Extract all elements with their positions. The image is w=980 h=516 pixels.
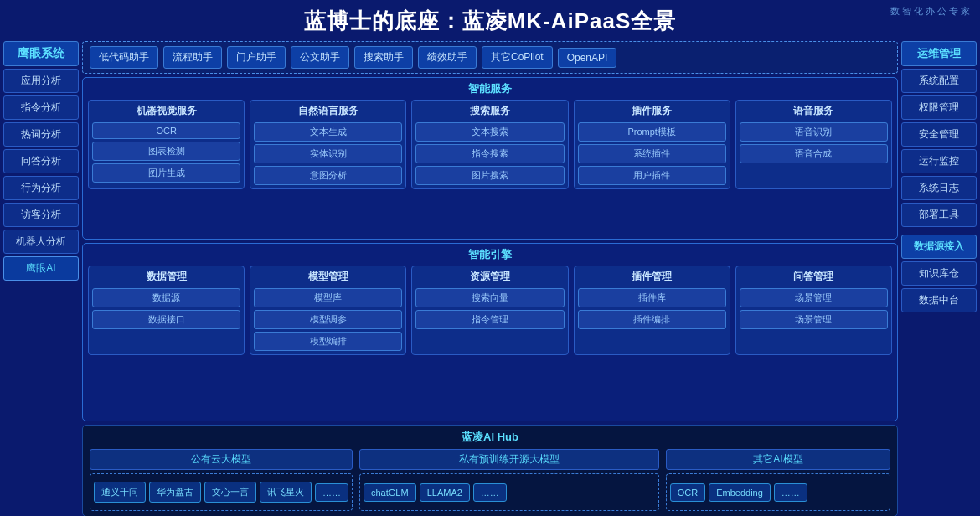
aihub-other-tags: OCR Embedding …… — [666, 473, 890, 511]
engine-tag-pluginorch[interactable]: 插件编排 — [578, 310, 726, 329]
right-item-security[interactable]: 安全管理 — [901, 122, 977, 147]
engine-tag-modelorch[interactable]: 模型编排 — [254, 332, 402, 351]
aihub-private-title: 私有预训练开源大模型 — [359, 449, 659, 470]
left-sidebar: 鹰眼系统 应用分析 指令分析 热词分析 问答分析 行为分析 访客分析 机器人分析… — [3, 41, 79, 516]
copilot-item-flow[interactable]: 流程助手 — [163, 46, 222, 69]
service-tag-textgen[interactable]: 文本生成 — [254, 122, 402, 142]
copilot-item-doc[interactable]: 公文助手 — [291, 46, 349, 69]
service-tag-textsearch[interactable]: 文本搜索 — [415, 122, 564, 142]
center-content: 低代码助手 流程助手 门户助手 公文助手 搜索助手 绩效助手 其它CoPilot… — [82, 41, 898, 516]
layout: 鹰眼系统 应用分析 指令分析 热词分析 问答分析 行为分析 访客分析 机器人分析… — [0, 41, 980, 516]
engine-col-qa-title: 问答管理 — [793, 270, 833, 284]
engine-col-pluginmgmt: 插件管理 插件库 插件编排 — [574, 266, 730, 355]
service-col-plugin: 插件服务 Prompt模板 系统插件 用户插件 — [574, 100, 730, 189]
copilot-item-other[interactable]: 其它CoPilot — [482, 46, 553, 69]
engine-col-model: 模型管理 模型库 模型调参 模型编排 — [250, 266, 406, 355]
aihub-tag-wenxin[interactable]: 文心一言 — [204, 482, 256, 503]
sidebar-item-app[interactable]: 应用分析 — [3, 69, 79, 93]
sidebar-item-cmd[interactable]: 指令分析 — [3, 95, 79, 120]
engine-tag-vector[interactable]: 搜索向量 — [415, 288, 564, 307]
aihub-tag-more-public[interactable]: …… — [315, 483, 348, 502]
aihub-tag-llama2[interactable]: LLAMA2 — [420, 483, 470, 502]
smart-engine-grid: 数据管理 数据源 数据接口 模型管理 模型库 模型调参 模型编排 资源管理 — [88, 266, 892, 355]
aihub-tag-more-other[interactable]: …… — [774, 483, 807, 502]
aihub-private-tags: chatGLM LLAMA2 …… — [359, 473, 659, 511]
service-tag-sysplugin[interactable]: 系统插件 — [578, 144, 726, 163]
service-col-voice-title: 语音服务 — [793, 104, 833, 118]
copilot-item-search[interactable]: 搜索助手 — [354, 46, 413, 69]
smart-service-title: 智能服务 — [88, 81, 892, 96]
engine-tag-cmdmgmt[interactable]: 指令管理 — [415, 310, 564, 329]
engine-tag-scene2[interactable]: 场景管理 — [740, 310, 888, 329]
service-tag-ocr[interactable]: OCR — [92, 122, 240, 139]
watermark: 数 智 化 办 公 专 家 — [890, 5, 970, 18]
smart-engine-title: 智能引擎 — [88, 247, 892, 262]
sidebar-item-visitor[interactable]: 访客分析 — [3, 203, 79, 227]
engine-tag-scene1[interactable]: 场景管理 — [740, 288, 888, 307]
left-sidebar-title: 鹰眼系统 — [3, 41, 79, 66]
copilot-item-portal[interactable]: 门户助手 — [227, 46, 286, 69]
service-col-search: 搜索服务 文本搜索 指令搜索 图片搜索 — [411, 100, 568, 189]
engine-tag-pluginlib[interactable]: 插件库 — [578, 288, 726, 307]
right-sidebar: 运维管理 系统配置 权限管理 安全管理 运行监控 系统日志 部署工具 数据源接入… — [901, 41, 977, 516]
service-tag-intent[interactable]: 意图分析 — [254, 166, 402, 185]
aihub-tag-chatglm[interactable]: chatGLM — [364, 483, 416, 502]
aihub-section: 蓝凌AI Hub 公有云大模型 通义千问 华为盘古 文心一言 讯飞星火 …… 私… — [82, 425, 898, 516]
engine-col-model-title: 模型管理 — [308, 270, 348, 284]
aihub-tag-embedding[interactable]: Embedding — [709, 483, 771, 502]
aihub-tag-ocr[interactable]: OCR — [670, 483, 705, 502]
service-tag-tts[interactable]: 语音合成 — [740, 144, 888, 163]
aihub-grid: 公有云大模型 通义千问 华为盘古 文心一言 讯飞星火 …… 私有预训练开源大模型… — [90, 449, 890, 511]
service-tag-imggen[interactable]: 图片生成 — [92, 163, 240, 183]
engine-col-resource-title: 资源管理 — [470, 270, 510, 284]
right-item-monitor[interactable]: 运行监控 — [901, 149, 977, 173]
copilot-item-lowcode[interactable]: 低代码助手 — [90, 46, 158, 69]
service-col-plugin-title: 插件服务 — [632, 104, 672, 118]
service-tag-userplugin[interactable]: 用户插件 — [578, 166, 726, 185]
aihub-col-other: 其它AI模型 OCR Embedding …… — [666, 449, 890, 511]
engine-col-pluginmgmt-title: 插件管理 — [632, 270, 672, 284]
aihub-public-title: 公有云大模型 — [90, 449, 353, 470]
right-item-perms[interactable]: 权限管理 — [901, 95, 977, 120]
engine-col-data-title: 数据管理 — [147, 270, 187, 284]
service-tag-chart[interactable]: 图表检测 — [92, 142, 240, 161]
service-tag-entity[interactable]: 实体识别 — [254, 144, 402, 163]
service-tag-asr[interactable]: 语音识别 — [740, 122, 888, 142]
right-item-deploy[interactable]: 部署工具 — [901, 203, 977, 227]
copilot-item-perf[interactable]: 绩效助手 — [418, 46, 477, 69]
service-col-search-title: 搜索服务 — [470, 104, 510, 118]
service-tag-prompt[interactable]: Prompt模板 — [578, 122, 726, 142]
aihub-other-title: 其它AI模型 — [666, 449, 890, 470]
right-item-sysconfig[interactable]: 系统配置 — [901, 69, 977, 93]
sidebar-item-qa[interactable]: 问答分析 — [3, 149, 79, 173]
right-item-kb[interactable]: 知识库仓 — [901, 261, 977, 286]
service-tag-imgsearch[interactable]: 图片搜索 — [415, 166, 564, 185]
sidebar-item-behavior[interactable]: 行为分析 — [3, 176, 79, 200]
right-item-syslog[interactable]: 系统日志 — [901, 176, 977, 200]
aihub-tag-xunfei[interactable]: 讯飞星火 — [260, 482, 312, 503]
right-item-datacenter[interactable]: 数据中台 — [901, 288, 977, 312]
sidebar-item-ai[interactable]: 鹰眼AI — [3, 256, 79, 281]
service-tag-cmdsearch[interactable]: 指令搜索 — [415, 144, 564, 163]
engine-tag-modeltune[interactable]: 模型调参 — [254, 310, 402, 329]
sidebar-item-hotword[interactable]: 热词分析 — [3, 122, 79, 147]
engine-tag-dataapi[interactable]: 数据接口 — [92, 310, 240, 329]
aihub-tag-more-private[interactable]: …… — [473, 483, 507, 502]
aihub-tag-tongyi[interactable]: 通义千问 — [94, 482, 146, 503]
engine-tag-datasource[interactable]: 数据源 — [92, 288, 240, 307]
right-ops-title: 运维管理 — [901, 41, 977, 66]
engine-col-resource: 资源管理 搜索向量 指令管理 — [411, 266, 568, 355]
main-title: 蓝博士的底座：蓝凌MK-AiPaaS全景 — [0, 0, 980, 41]
smart-service-section: 智能服务 机器视觉服务 OCR 图表检测 图片生成 自然语言服务 文本生成 实体… — [82, 77, 898, 240]
smart-engine-section: 智能引擎 数据管理 数据源 数据接口 模型管理 模型库 模型调参 模型编排 — [82, 243, 898, 421]
copilot-item-openapi[interactable]: OpenAPI — [558, 48, 617, 68]
sidebar-item-robot[interactable]: 机器人分析 — [3, 230, 79, 254]
middle-sections: 智能服务 机器视觉服务 OCR 图表检测 图片生成 自然语言服务 文本生成 实体… — [82, 77, 898, 421]
aihub-tag-pangu[interactable]: 华为盘古 — [149, 482, 201, 503]
aihub-col-public: 公有云大模型 通义千问 华为盘古 文心一言 讯飞星火 …… — [90, 449, 353, 511]
service-col-nlp-title: 自然语言服务 — [298, 104, 358, 118]
right-datasource-title: 数据源接入 — [901, 235, 977, 259]
service-col-nlp: 自然语言服务 文本生成 实体识别 意图分析 — [250, 100, 406, 189]
engine-tag-modellib[interactable]: 模型库 — [254, 288, 402, 307]
smart-service-grid: 机器视觉服务 OCR 图表检测 图片生成 自然语言服务 文本生成 实体识别 意图… — [88, 100, 892, 189]
